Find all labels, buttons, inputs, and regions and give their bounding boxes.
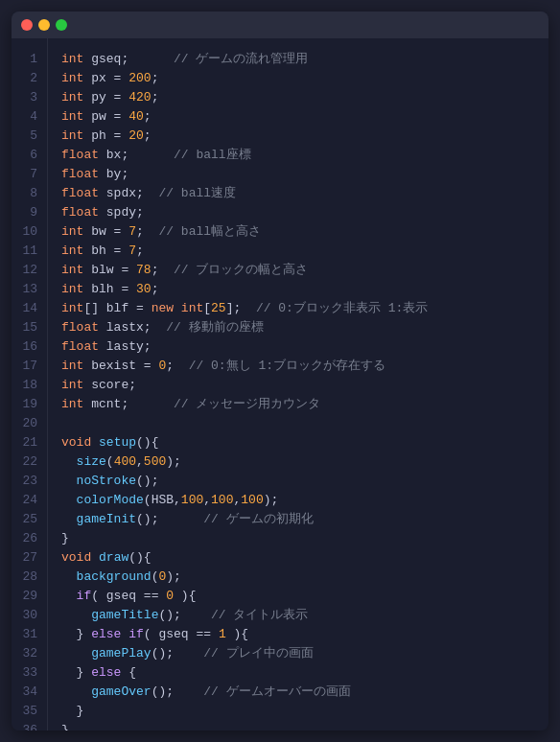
line-number: 10 bbox=[22, 222, 37, 242]
code-line: void setup(){ bbox=[61, 433, 539, 452]
code-line: int bh = 7; bbox=[61, 242, 539, 261]
title-bar bbox=[12, 12, 548, 38]
line-number: 26 bbox=[22, 529, 37, 548]
code-line: } bbox=[61, 702, 539, 721]
line-number: 8 bbox=[30, 184, 37, 203]
code-line: } else if( gseq == 1 ){ bbox=[61, 625, 539, 644]
line-number: 18 bbox=[22, 376, 37, 395]
editor-window: 1234567891011121314151617181920212223242… bbox=[12, 12, 548, 730]
line-number: 15 bbox=[22, 318, 37, 337]
line-number: 12 bbox=[22, 261, 37, 280]
code-line: size(400,500); bbox=[61, 452, 539, 472]
code-line: gameTitle(); // タイトル表示 bbox=[61, 606, 539, 625]
line-number: 17 bbox=[22, 357, 37, 376]
code-line: gameOver(); // ゲームオーバーの画面 bbox=[61, 683, 539, 702]
code-line: int pw = 40; bbox=[61, 107, 539, 127]
close-button[interactable] bbox=[21, 19, 33, 31]
code-line: if( gseq == 0 ){ bbox=[61, 587, 539, 606]
code-line: } bbox=[61, 529, 539, 548]
code-line: gameInit(); // ゲームの初期化 bbox=[61, 510, 539, 529]
line-number: 3 bbox=[30, 88, 37, 107]
code-line: float lastx; // 移動前の座標 bbox=[61, 318, 539, 337]
maximize-button[interactable] bbox=[56, 19, 67, 31]
line-number: 14 bbox=[22, 299, 37, 318]
line-number: 4 bbox=[30, 107, 37, 127]
code-line: } else { bbox=[61, 663, 539, 683]
code-line bbox=[61, 414, 539, 433]
code-line: int[] blf = new int[25]; // 0:ブロック非表示 1:… bbox=[61, 299, 539, 318]
code-line: int blw = 78; // ブロックの幅と高さ bbox=[61, 261, 539, 280]
line-number: 1 bbox=[30, 50, 37, 69]
line-number: 7 bbox=[30, 165, 37, 184]
line-number: 36 bbox=[22, 721, 37, 730]
line-number: 16 bbox=[22, 337, 37, 357]
line-number: 19 bbox=[22, 395, 37, 414]
line-number: 2 bbox=[30, 69, 37, 88]
code-line: float by; bbox=[61, 165, 539, 184]
code-line: int gseq; // ゲームの流れ管理用 bbox=[61, 50, 539, 69]
code-line: float spdy; bbox=[61, 203, 539, 222]
code-line: int ph = 20; bbox=[61, 127, 539, 146]
line-number: 25 bbox=[22, 510, 37, 529]
code-line: int score; bbox=[61, 376, 539, 395]
code-line: int blh = 30; bbox=[61, 280, 539, 299]
line-number: 34 bbox=[22, 683, 37, 702]
line-number: 11 bbox=[22, 242, 37, 261]
line-number: 24 bbox=[22, 491, 37, 510]
code-line: void draw(){ bbox=[61, 548, 539, 568]
code-line: float lasty; bbox=[61, 337, 539, 357]
line-number: 31 bbox=[22, 625, 37, 644]
line-number: 20 bbox=[22, 414, 37, 433]
line-numbers: 1234567891011121314151617181920212223242… bbox=[12, 38, 48, 730]
line-number: 28 bbox=[22, 568, 37, 587]
code-line: int px = 200; bbox=[61, 69, 539, 88]
code-line: int bw = 7; // ball幅と高さ bbox=[61, 222, 539, 242]
line-number: 30 bbox=[22, 606, 37, 625]
line-number: 21 bbox=[22, 433, 37, 452]
line-number: 35 bbox=[22, 702, 37, 721]
code-line: background(0); bbox=[61, 568, 539, 587]
line-number: 23 bbox=[22, 472, 37, 491]
code-line: int mcnt; // メッセージ用カウンタ bbox=[61, 395, 539, 414]
code-line: noStroke(); bbox=[61, 472, 539, 491]
code-line: int py = 420; bbox=[61, 88, 539, 107]
line-number: 27 bbox=[22, 548, 37, 568]
line-number: 6 bbox=[30, 146, 37, 165]
line-number: 29 bbox=[22, 587, 37, 606]
minimize-button[interactable] bbox=[38, 19, 50, 31]
code-line: int bexist = 0; // 0:無し 1:ブロックが存在する bbox=[61, 357, 539, 376]
code-line: float spdx; // ball速度 bbox=[61, 184, 539, 203]
line-number: 5 bbox=[30, 127, 37, 146]
code-line: gamePlay(); // プレイ中の画面 bbox=[61, 644, 539, 663]
line-number: 22 bbox=[22, 452, 37, 472]
line-number: 32 bbox=[22, 644, 37, 663]
code-area: 1234567891011121314151617181920212223242… bbox=[12, 38, 548, 730]
line-number: 33 bbox=[22, 663, 37, 683]
code-line: float bx; // ball座標 bbox=[61, 146, 539, 165]
code-line: } bbox=[61, 721, 539, 730]
code-content[interactable]: int gseq; // ゲームの流れ管理用int px = 200;int p… bbox=[48, 38, 548, 730]
line-number: 9 bbox=[30, 203, 37, 222]
line-number: 13 bbox=[22, 280, 37, 299]
code-line: colorMode(HSB,100,100,100); bbox=[61, 491, 539, 510]
